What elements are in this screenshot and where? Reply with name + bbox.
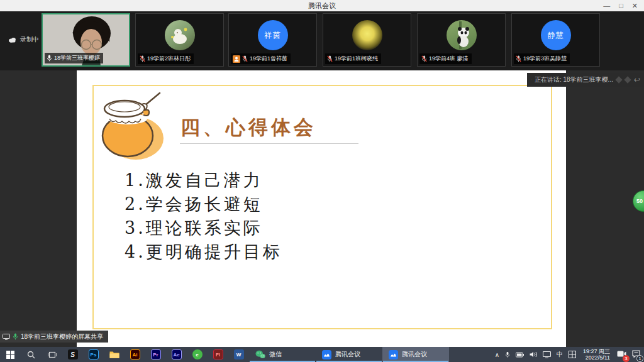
flash-icon[interactable]: Fl xyxy=(208,347,228,362)
recording-label: 录制中 xyxy=(20,35,39,44)
slide-title-underline xyxy=(180,143,358,144)
mic-on-icon xyxy=(47,55,52,62)
mic-muted-icon xyxy=(421,55,427,62)
tray-clock[interactable]: 19:27 周三 2022/5/11 xyxy=(582,348,611,361)
notification-badge-count: 1 xyxy=(636,355,643,362)
window-title: 腾讯会议 xyxy=(308,1,336,11)
participant-namebar: 19学前4班 廖清 xyxy=(419,53,472,64)
recording-indicator: 录制中 xyxy=(8,35,39,44)
wechat-icon xyxy=(255,350,265,359)
tencent-meeting-window: 腾讯会议 — □ ✕ 录制中 xyxy=(0,0,644,362)
tencent-meeting-icon xyxy=(389,350,398,359)
taskbar-app-wechat[interactable]: 微信 xyxy=(249,347,316,362)
honey-pot-illustration xyxy=(93,89,172,162)
start-button[interactable] xyxy=(0,347,21,362)
maximize-button[interactable]: □ xyxy=(619,0,623,11)
active-speaker-text: 正在讲话: 18学前三班李樱... xyxy=(535,75,613,84)
mic-muted-icon xyxy=(242,55,248,62)
photoshop-icon[interactable]: Ps xyxy=(83,347,104,362)
clock-date: 2022/5/11 xyxy=(583,354,610,361)
slide-bullet: 2.学会扬长避短 xyxy=(125,192,282,216)
search-icon[interactable] xyxy=(21,347,42,362)
participant-namebar: 19学前2班林日彤 xyxy=(138,53,194,64)
taskbar-app-label: 微信 xyxy=(269,350,282,359)
tencent-meeting-icon xyxy=(322,350,331,359)
taskbar-app-meeting-1[interactable]: 腾讯会议 xyxy=(316,347,382,362)
window-titlebar: 腾讯会议 — □ ✕ xyxy=(0,0,644,11)
avatar: 静慧 xyxy=(541,20,571,50)
system-tray: ∧ 中 xyxy=(495,347,644,362)
collapse-arrow-icon[interactable]: ↩ xyxy=(634,75,640,84)
screen-share-text: 18学前三班李樱婷的屏幕共享 xyxy=(21,332,103,341)
mic-muted-icon xyxy=(516,55,521,62)
participant-name: 19学前1班柯晓纯 xyxy=(335,55,378,63)
participant-namebar: 19学前1曾祥茵 xyxy=(231,53,291,64)
layout-icon[interactable] xyxy=(615,76,622,83)
participant-namebar: 19学前1班柯晓纯 xyxy=(325,53,381,64)
slide-bullet: 3.理论联系实际 xyxy=(125,216,282,240)
participant-name: 19学前3班吴静慧 xyxy=(523,55,567,63)
slide-bullet: 4.更明确提升目标 xyxy=(125,240,282,264)
camera-badge-count: 3 xyxy=(623,355,630,362)
file-explorer-icon[interactable] xyxy=(104,347,125,362)
tray-mic-icon[interactable] xyxy=(505,351,510,358)
participant-tile[interactable]: 19学前2班林日彤 xyxy=(135,13,224,67)
active-speaker-bar: 正在讲话: 18学前三班李樱... ↩ xyxy=(527,73,644,87)
participant-tile[interactable]: 19学前4班 廖清 xyxy=(417,13,506,67)
slide-bullet-list: 1.激发自己潜力 2.学会扬长避短 3.理论联系实际 4.更明确提升目标 xyxy=(125,168,282,264)
avatar: 祥茵 xyxy=(258,20,288,50)
taskbar-app-meeting-2[interactable]: 腾讯会议 xyxy=(382,347,449,362)
illustrator-icon[interactable]: Ai xyxy=(125,347,145,362)
floating-score-badge[interactable]: 50 xyxy=(633,190,644,212)
close-button[interactable]: ✕ xyxy=(632,0,638,11)
participant-tile[interactable]: 静慧 19学前3班吴静慧 xyxy=(511,13,600,67)
screen-share-label: 18学前三班李樱婷的屏幕共享 xyxy=(0,331,108,343)
tray-chevron-icon[interactable]: ∧ xyxy=(495,351,499,358)
camera-tray-icon[interactable]: 3 xyxy=(617,349,626,360)
clock-time: 19:27 周三 xyxy=(583,348,610,354)
recorder-app-icon[interactable]: S xyxy=(62,347,83,362)
taskbar-app-label: 腾讯会议 xyxy=(402,350,427,359)
battery-icon[interactable] xyxy=(516,352,524,358)
avatar xyxy=(447,20,477,50)
network-display-icon[interactable] xyxy=(543,351,551,358)
mic-muted-icon xyxy=(140,55,145,62)
avatar xyxy=(165,20,195,50)
speaker-mic-icon xyxy=(531,77,531,83)
slide-bullet: 1.激发自己潜力 xyxy=(125,168,282,192)
word-icon[interactable]: W xyxy=(228,347,249,362)
browser-icon[interactable]: e xyxy=(187,347,208,362)
participant-tile[interactable]: 19学前1班柯晓纯 xyxy=(323,13,411,67)
participant-name: 18学前三班李樱婷 xyxy=(54,54,100,62)
member-badge-icon xyxy=(233,55,240,63)
participant-namebar: 19学前3班吴静慧 xyxy=(514,53,570,64)
panda-photo xyxy=(447,20,477,50)
screen-share-icon xyxy=(3,334,10,340)
volume-icon[interactable] xyxy=(530,351,537,358)
participant-tile[interactable]: 18学前三班李樱婷 xyxy=(42,13,130,67)
slide-title: 四、心得体会 xyxy=(180,114,316,141)
mic-muted-icon xyxy=(327,55,333,62)
cloud-recording-icon xyxy=(8,36,17,43)
taskbar-app-label: 腾讯会议 xyxy=(335,350,360,359)
participant-namebar: 18学前三班李樱婷 xyxy=(45,53,103,63)
sharer-mic-icon xyxy=(13,333,18,340)
participant-name: 19学前4班 廖清 xyxy=(429,55,469,63)
participant-name: 19学前2班林日彤 xyxy=(147,55,191,63)
minimize-button[interactable]: — xyxy=(603,0,610,11)
premiere-icon[interactable]: Pr xyxy=(145,347,166,362)
lamb-photo xyxy=(165,20,195,50)
participant-name: 19学前1曾祥茵 xyxy=(250,55,287,63)
layout-icon[interactable] xyxy=(624,76,631,83)
after-effects-icon[interactable]: Ae xyxy=(166,347,187,362)
notification-center-icon[interactable]: 1 xyxy=(632,349,640,360)
video-strip: 录制中 18学前三班李樱婷 xyxy=(0,11,644,70)
ime-grid-icon[interactable] xyxy=(569,351,576,358)
avatar xyxy=(352,20,382,50)
ime-language-indicator[interactable]: 中 xyxy=(557,350,563,359)
shared-screen-area: 四、心得体会 1.激发自己潜力 2.学会扬长避短 3.理论联系实际 4.更明确提… xyxy=(0,70,644,347)
task-view-icon[interactable] xyxy=(42,347,62,362)
participant-tile[interactable]: 祥茵 19学前1曾祥茵 xyxy=(228,13,317,67)
windows-taskbar: S Ps Ai Pr Ae e Fl W xyxy=(0,347,644,362)
